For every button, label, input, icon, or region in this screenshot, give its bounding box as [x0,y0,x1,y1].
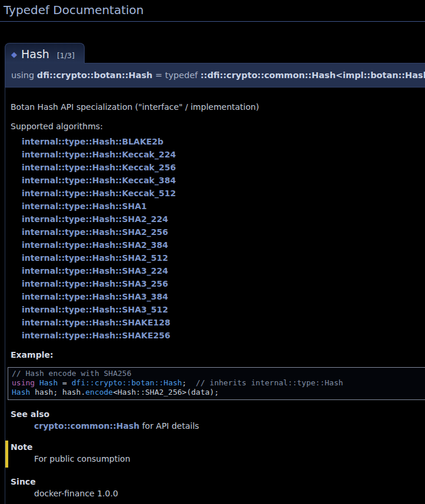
algorithm-list-item: internal::type::Hash::Keccak_224 [22,148,425,161]
signature-middle: = typedef [152,70,200,80]
algorithm-list-item: internal::type::Hash::SHA3_256 [22,277,425,290]
algorithm-list-item: internal::type::Hash::SHA2_512 [22,251,425,264]
code-keyword: using [12,378,35,387]
code-block: // Hash encode with SHA256 using Hash = … [8,367,425,400]
page-title: Typedef Documentation [0,0,425,22]
code-comment: // inherits internal::type::Hash [196,378,343,387]
algorithm-list-item: internal::type::Hash::SHA2_256 [22,226,425,238]
code-text: = [58,378,71,387]
code-link-encode[interactable]: encode [85,388,113,397]
algorithm-list-item: internal::type::Hash::SHA3_384 [22,290,425,303]
algorithm-link[interactable]: internal::type::Hash::SHA3_224 [22,266,168,275]
see-also-content: crypto::common::Hash for API details [34,421,425,431]
algorithm-link[interactable]: internal::type::Hash::Keccak_256 [22,163,176,172]
overload-badge: [1/3] [57,51,75,60]
algorithm-list-item: internal::type::Hash::Keccak_384 [22,174,425,187]
algorithm-list-item: internal::type::Hash::SHAKE128 [22,316,425,329]
member-doc: Botan Hash API specialization ("interfac… [5,88,425,504]
see-also-section: See also crypto::common::Hash for API de… [11,409,425,431]
algorithm-list-item: internal::type::Hash::SHA2_384 [22,238,425,251]
code-line: Hash hash; hash.encode<Hash::SHA2_256>(d… [12,388,425,397]
see-also-label: See also [11,409,425,419]
algorithm-list-item: internal::type::Hash::SHA2_224 [22,213,425,226]
supported-algorithms-label: Supported algorithms: [11,122,425,132]
signature-target: ::dfi::crypto::common::Hash<impl::botan:… [200,70,425,80]
code-link-hash[interactable]: Hash [12,388,30,397]
code-link-botan-hash[interactable]: dfi::crypto::botan::Hash [72,378,182,387]
member-name: Hash [21,48,49,61]
algorithm-link[interactable]: internal::type::Hash::SHA3_256 [22,279,168,288]
typedef-signature: using dfi::crypto::botan::Hash = typedef… [5,63,425,88]
description-text: Botan Hash API specialization ("interfac… [11,102,425,112]
code-text: ; [182,378,196,387]
algorithm-link[interactable]: internal::type::Hash::Keccak_512 [22,189,176,198]
algorithm-link[interactable]: internal::type::Hash::SHA1 [22,201,147,211]
algorithm-link[interactable]: internal::type::Hash::SHA2_384 [22,240,168,250]
algorithm-link[interactable]: internal::type::Hash::SHAKE128 [22,318,170,327]
note-text: For public consumption [34,454,425,464]
code-text: hash; hash. [30,388,85,397]
code-comment: // Hash encode with SHA256 [12,369,132,378]
note-section: Note For public consumption [5,441,425,468]
signature-name: dfi::crypto::botan::Hash [37,70,153,80]
algorithm-list-item: internal::type::Hash::SHA3_224 [22,264,425,277]
algorithm-link[interactable]: internal::type::Hash::SHA2_224 [22,214,168,224]
code-text [35,378,39,387]
since-text: docker-finance 1.0.0 [34,489,425,499]
permalink-diamond-icon[interactable]: ◆ [11,50,17,59]
algorithm-list-item: internal::type::Hash::SHA1 [22,200,425,213]
member-item: using dfi::crypto::botan::Hash = typedef… [5,63,425,504]
note-label: Note [11,442,425,452]
member-tab: ◆Hash [1/3] [5,43,85,63]
see-also-rest: for API details [139,421,199,431]
algorithm-list-item: internal::type::Hash::SHA3_512 [22,303,425,316]
algorithm-link[interactable]: internal::type::Hash::SHA3_384 [22,292,168,301]
code-text: <Hash::SHA2_256>(data); [113,388,219,397]
algorithm-link[interactable]: internal::type::Hash::Keccak_384 [22,176,176,185]
algorithm-list-item: internal::type::Hash::SHAKE256 [22,329,425,342]
code-link-hash[interactable]: Hash [39,378,58,387]
algorithm-list-item: internal::type::Hash::Keccak_512 [22,187,425,200]
algorithm-link[interactable]: internal::type::Hash::BLAKE2b [22,137,163,146]
algorithm-list-item: internal::type::Hash::BLAKE2b [22,135,425,148]
since-section: Since docker-finance 1.0.0 [11,477,425,499]
code-line: // Hash encode with SHA256 [12,369,425,378]
example-label: Example: [11,350,425,360]
signature-prefix: using [11,70,37,80]
algorithm-link[interactable]: internal::type::Hash::SHAKE256 [22,331,170,340]
algorithm-link[interactable]: internal::type::Hash::SHA3_512 [22,305,168,314]
algorithm-link[interactable]: internal::type::Hash::SHA2_512 [22,253,168,263]
algorithm-link[interactable]: internal::type::Hash::SHA2_256 [22,227,168,237]
algorithm-list-item: internal::type::Hash::Keccak_256 [22,161,425,174]
since-label: Since [11,477,425,487]
code-line: using Hash = dfi::crypto::botan::Hash; /… [12,378,425,388]
see-also-link[interactable]: crypto::common::Hash [34,421,139,431]
algorithm-link[interactable]: internal::type::Hash::Keccak_224 [22,150,176,159]
